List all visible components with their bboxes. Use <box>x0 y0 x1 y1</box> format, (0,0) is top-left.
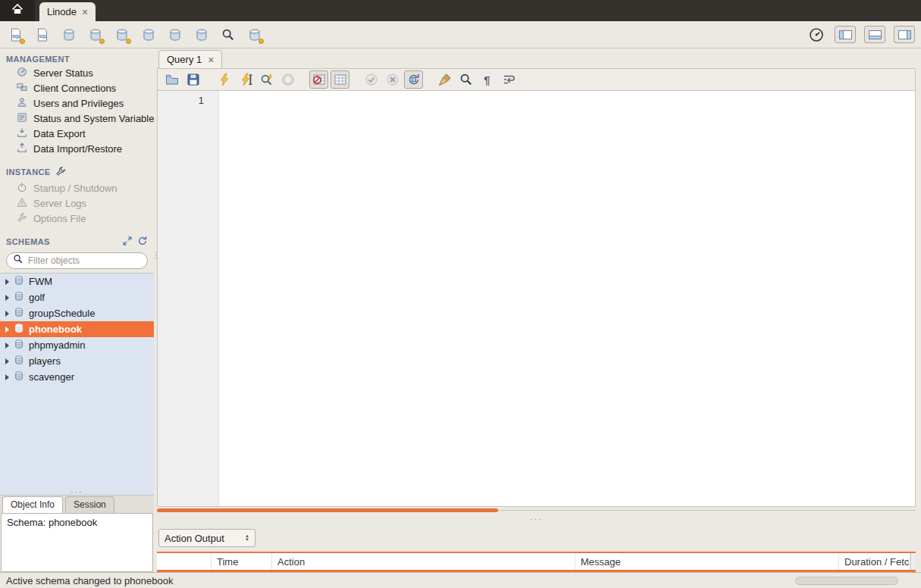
splitter-grip[interactable]: ··· <box>70 489 83 495</box>
expander-triangle-icon[interactable] <box>5 342 9 349</box>
connection-tab-linode[interactable]: Linode × <box>39 2 96 21</box>
output-splitter[interactable]: ··· <box>157 514 916 524</box>
schema-row-phpmyadmin[interactable]: phpmyadmin <box>0 337 154 353</box>
column-message[interactable]: Message <box>575 553 839 570</box>
open-sql-script-icon[interactable] <box>33 25 52 45</box>
column-time[interactable]: Time <box>211 553 272 570</box>
tab-session[interactable]: Session <box>65 496 114 513</box>
schema-row-scavenger[interactable]: scavenger <box>0 369 154 385</box>
splitter-grip: ··· <box>530 514 543 524</box>
create-view-icon[interactable] <box>139 25 158 45</box>
schema-row-fwm[interactable]: FWM <box>0 274 154 289</box>
sidebar-item-client-connections[interactable]: Client Connections <box>0 80 154 95</box>
server-status-icon <box>17 67 27 80</box>
beautify-script-icon[interactable] <box>435 70 454 89</box>
query-tab-bar: Query 1 × <box>157 48 916 68</box>
sidebar-item-server-logs[interactable]: Server Logs <box>0 195 154 211</box>
schema-row-groupschedule[interactable]: groupSchedule <box>0 305 154 321</box>
toggle-left-sidebar-button[interactable] <box>835 26 856 43</box>
sql-code-editor[interactable]: 1 <box>157 91 916 507</box>
sidebar-item-label: Server Status <box>33 67 93 79</box>
code-area[interactable] <box>219 91 915 506</box>
statusbar-scrollbar[interactable] <box>795 577 898 585</box>
management-header: MANAGEMENT <box>0 48 154 65</box>
expander-triangle-icon[interactable] <box>5 279 9 285</box>
wrap-text-icon[interactable] <box>499 70 518 89</box>
instance-header: INSTANCE <box>0 164 154 180</box>
execute-query-icon[interactable] <box>215 70 233 89</box>
scrollbar-thumb[interactable] <box>157 508 498 512</box>
sql-editor-toolbar: ¶ <box>157 68 916 91</box>
sql-editor-area: Query 1 × <box>157 48 921 572</box>
schema-row-players[interactable]: players <box>0 353 154 369</box>
scrollbar-track <box>498 510 916 511</box>
sidebar-item-options-file[interactable]: Options File <box>0 211 154 226</box>
limit-rows-icon[interactable] <box>330 70 349 89</box>
explain-query-icon[interactable] <box>257 70 276 89</box>
column-duration-fetch[interactable]: Duration / Fetch <box>839 553 910 570</box>
reconnect-dbms-icon[interactable] <box>245 25 265 45</box>
invisible-characters-icon[interactable]: ¶ <box>478 70 497 89</box>
tab-object-info[interactable]: Object Info <box>2 496 63 513</box>
sidebar-item-data-import[interactable]: Data Import/Restore <box>0 141 154 156</box>
find-icon[interactable] <box>456 70 475 89</box>
pilcrow-glyph: ¶ <box>484 74 490 86</box>
select-spinner-icon: ▲▼ <box>245 534 249 542</box>
schema-inspector-icon[interactable] <box>59 25 79 45</box>
search-icon <box>13 254 23 267</box>
toggle-autocommit-icon[interactable] <box>404 70 423 89</box>
editor-horizontal-scrollbar[interactable] <box>157 507 916 514</box>
refresh-schemas-icon[interactable] <box>137 236 148 248</box>
content-area: MANAGEMENT Server Status Client Connecti… <box>0 48 921 572</box>
expander-triangle-icon[interactable] <box>5 358 9 364</box>
instance-header-label: INSTANCE <box>6 167 51 177</box>
mysql-workbench-window: Linode × MANAGEMENT Server Status <box>0 0 921 588</box>
create-schema-icon[interactable] <box>86 25 105 45</box>
sidebar-item-startup-shutdown[interactable]: Startup / Shutdown <box>0 180 154 195</box>
dashboard-icon[interactable] <box>807 25 826 45</box>
sidebar-item-system-variables[interactable]: Status and System Variables <box>0 111 154 126</box>
toggle-right-sidebar-button[interactable] <box>894 26 915 43</box>
toggle-stop-on-error-icon[interactable] <box>309 70 328 89</box>
expander-triangle-icon[interactable] <box>5 311 9 317</box>
execute-current-statement-icon[interactable] <box>236 70 255 89</box>
close-tab-icon[interactable]: × <box>82 7 88 17</box>
tab-query-1[interactable]: Query 1 × <box>158 50 222 68</box>
toggle-bottom-panel-button[interactable] <box>864 26 885 43</box>
close-query-tab-icon[interactable]: × <box>208 55 214 65</box>
search-table-data-icon[interactable] <box>218 25 238 45</box>
schema-row-golf[interactable]: golf <box>0 289 154 305</box>
sidebar-item-data-export[interactable]: Data Export <box>0 126 154 141</box>
stop-query-icon[interactable] <box>278 70 297 89</box>
schema-name: phonebook <box>29 324 82 335</box>
create-table-icon[interactable] <box>112 25 132 45</box>
schema-row-phonebook[interactable]: phonebook <box>0 321 154 337</box>
output-scrollbar[interactable] <box>910 553 916 570</box>
main-toolbar <box>0 21 921 48</box>
sidebar-item-server-status[interactable]: Server Status <box>0 65 154 80</box>
schema-icon <box>14 275 24 288</box>
rollback-icon[interactable] <box>383 70 402 89</box>
new-sql-tab-icon[interactable] <box>6 25 26 45</box>
output-type-select[interactable]: Action Output ▲▼ <box>158 529 255 547</box>
create-procedure-icon[interactable] <box>165 25 185 45</box>
commit-icon[interactable] <box>362 70 381 89</box>
bottom-panel-glyph <box>869 30 882 39</box>
expander-triangle-icon[interactable] <box>5 374 9 380</box>
open-script-icon[interactable] <box>162 70 181 89</box>
schema-name: golf <box>29 292 45 303</box>
home-tab[interactable] <box>0 0 35 21</box>
schema-icon <box>14 371 24 383</box>
window-tab-bar: Linode × <box>0 0 921 21</box>
schema-filter-input[interactable] <box>28 255 141 266</box>
sidebar-splitter[interactable]: ⋮ <box>154 48 157 572</box>
expander-triangle-icon[interactable] <box>5 295 9 301</box>
expander-triangle-icon[interactable] <box>5 327 9 333</box>
collapse-all-icon[interactable] <box>122 236 133 248</box>
create-function-icon[interactable] <box>192 25 211 45</box>
sidebar-item-users-privileges[interactable]: Users and Privileges <box>0 95 154 111</box>
column-action[interactable]: Action <box>272 553 575 570</box>
power-icon <box>17 182 27 195</box>
save-script-icon[interactable] <box>183 70 202 89</box>
column-status[interactable] <box>157 553 211 570</box>
